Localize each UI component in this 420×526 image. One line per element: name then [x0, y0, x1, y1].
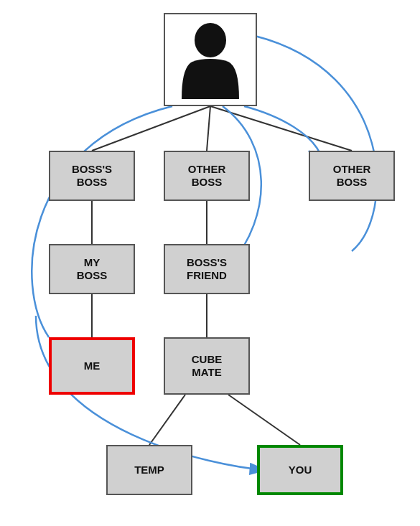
svg-line-2	[210, 106, 352, 151]
svg-point-10	[195, 23, 226, 57]
node-other-boss-2: OTHERBOSS	[309, 151, 395, 201]
node-cube-mate: CUBEMATE	[164, 337, 250, 395]
node-bosses-friend: BOSS'SFRIEND	[164, 244, 250, 294]
node-my-boss: MYBOSS	[49, 244, 135, 294]
node-you: YOU	[257, 445, 343, 495]
avatar-box	[164, 13, 257, 106]
node-other-boss-1: OTHERBOSS	[164, 151, 250, 201]
svg-line-1	[207, 106, 210, 151]
node-temp: TEMP	[106, 445, 192, 495]
person-icon	[178, 20, 243, 99]
node-bosses-boss: BOSS'SBOSS	[49, 151, 135, 201]
svg-line-7	[149, 395, 185, 445]
svg-line-8	[228, 395, 300, 445]
node-me: ME	[49, 337, 135, 395]
svg-line-0	[92, 106, 210, 151]
